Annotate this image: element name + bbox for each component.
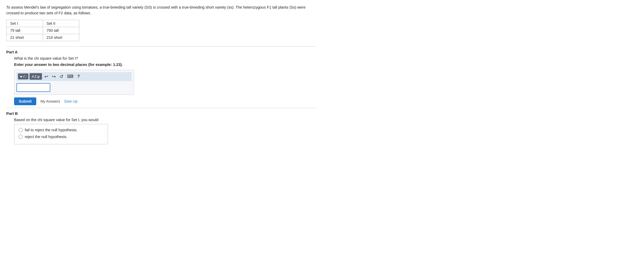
submit-row: Submit My Answers Give Up xyxy=(14,97,316,105)
math-square-icon: ■ xyxy=(20,75,22,78)
table-row: 21 short 210 short xyxy=(7,34,79,41)
greek-symbols-label: ΑΣφ xyxy=(32,74,40,79)
math-editor: ■ √□ ΑΣφ ↩ ↪ ↺ ⌨ ? xyxy=(14,70,134,95)
help-button[interactable]: ? xyxy=(76,74,81,79)
radio-fail-reject[interactable] xyxy=(19,128,23,132)
radio-option-fail[interactable]: fail to reject the null hypothesis. xyxy=(19,127,104,133)
radio-reject[interactable] xyxy=(19,135,23,139)
data-table: Set I Set II 75 tall 750 tall 21 short 2… xyxy=(6,20,79,41)
give-up-link[interactable]: Give Up xyxy=(64,99,78,103)
part-a-question: What is the chi square value for Set I? xyxy=(14,56,316,60)
part-b-question: Based on the chi square value for Set I,… xyxy=(14,118,316,122)
redo-button[interactable]: ↪ xyxy=(51,73,57,80)
my-answers-link[interactable]: My Answers xyxy=(40,99,60,103)
radio-reject-label: reject the null hypothesis. xyxy=(25,135,68,139)
part-a-label: Part A xyxy=(6,50,316,54)
math-toolbar: ■ √□ ΑΣφ ↩ ↪ ↺ ⌨ ? xyxy=(16,72,132,81)
cell-tall-set2: 750 tall xyxy=(43,27,79,34)
greek-symbols-button[interactable]: ΑΣφ xyxy=(29,73,42,80)
part-a-content: What is the chi square value for Set I? … xyxy=(6,56,316,105)
table-header-set1: Set I xyxy=(7,20,43,27)
radio-option-reject[interactable]: reject the null hypothesis. xyxy=(19,134,104,139)
cell-short-set2: 210 short xyxy=(43,34,79,41)
sqrt-symbol: √□ xyxy=(22,74,26,78)
part-a-instruction: Enter your answer to two decimal places … xyxy=(14,63,316,67)
cell-short-set1: 21 short xyxy=(7,34,43,41)
math-input-area[interactable] xyxy=(16,83,50,92)
table-row: 75 tall 750 tall xyxy=(7,27,79,34)
table-header-set2: Set II xyxy=(43,20,79,27)
radio-fail-label: fail to reject the null hypothesis. xyxy=(25,128,77,132)
cell-tall-set1: 75 tall xyxy=(7,27,43,34)
undo-button[interactable]: ↩ xyxy=(43,73,50,80)
divider-middle xyxy=(6,108,316,108)
math-answer-input[interactable] xyxy=(17,84,50,91)
part-a-section: Part A What is the chi square value for … xyxy=(6,50,316,105)
math-function-button[interactable]: ■ √□ xyxy=(18,73,28,79)
intro-paragraph: To assess Mendel's law of segregation us… xyxy=(6,5,316,16)
refresh-button[interactable]: ↺ xyxy=(58,73,65,80)
divider-top xyxy=(6,46,316,47)
radio-group: fail to reject the null hypothesis. reje… xyxy=(14,124,108,144)
part-b-section: Part B Based on the chi square value for… xyxy=(6,111,316,144)
submit-button[interactable]: Submit xyxy=(14,97,36,105)
part-b-content: Based on the chi square value for Set I,… xyxy=(6,118,316,144)
part-b-label: Part B xyxy=(6,111,316,116)
keyboard-button[interactable]: ⌨ xyxy=(66,73,75,80)
